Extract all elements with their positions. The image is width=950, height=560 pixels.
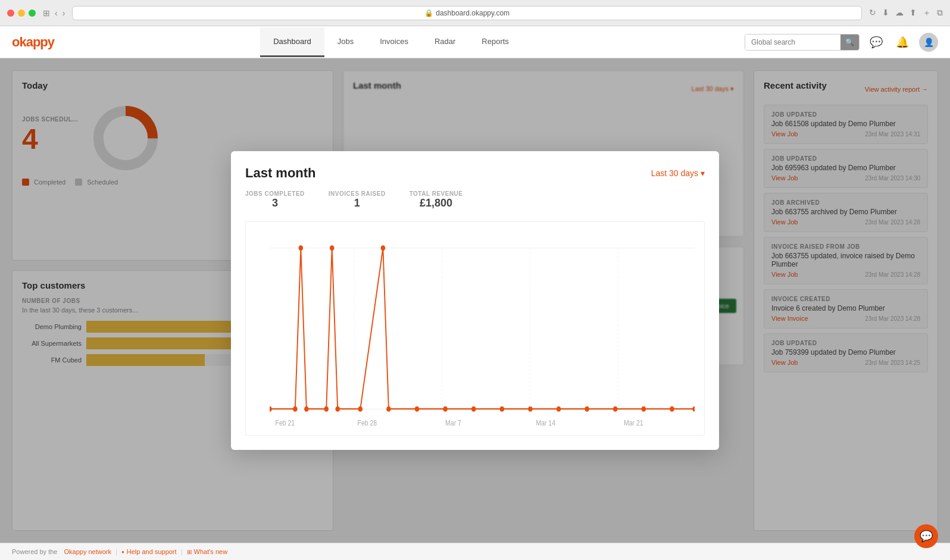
svg-point-11 — [330, 245, 335, 251]
svg-text:Mar 14: Mar 14 — [536, 420, 555, 427]
stat-revenue-label: TOTAL REVENUE — [410, 190, 463, 197]
chat-floating-button[interactable]: 💬 — [914, 524, 938, 548]
download-icon[interactable]: ⬇ — [882, 8, 889, 18]
svg-point-25 — [670, 406, 674, 412]
main-content: Today JOBS SCHEDUL... 4 Comp — [0, 58, 950, 543]
nav-tabs: Dashboard Jobs Invoices Radar Reports — [38, 27, 745, 57]
share-icon[interactable]: ⬆ — [910, 8, 917, 18]
svg-point-13 — [358, 406, 363, 412]
footer-network-link[interactable]: Okappy network — [64, 548, 111, 555]
tab-radar[interactable]: Radar — [421, 27, 468, 57]
svg-point-18 — [471, 406, 476, 412]
svg-point-6 — [270, 406, 272, 412]
svg-text:Feb 21: Feb 21 — [276, 420, 295, 427]
stat-jobs-label: JOBS COMPLETED — [245, 190, 305, 197]
lock-icon: 🔒 — [424, 9, 433, 17]
svg-point-10 — [324, 406, 329, 412]
close-traffic-light[interactable] — [7, 10, 14, 17]
browser-chrome: ⊞ ‹ › 🔒 dashboard.okappy.com ↻ ⬇ ☁ ⬆ ＋ ⧉ — [0, 0, 950, 26]
svg-text:Mar 21: Mar 21 — [624, 420, 643, 427]
line-chart-svg: 1 0 — [270, 228, 695, 429]
top-nav: okappy Dashboard Jobs Invoices Radar Rep… — [0, 26, 950, 58]
app-wrapper: okappy Dashboard Jobs Invoices Radar Rep… — [0, 26, 950, 560]
footer-whatsnew-link[interactable]: What's new — [194, 548, 228, 555]
stat-revenue-value: £1,800 — [410, 197, 463, 209]
tab-dashboard[interactable]: Dashboard — [260, 27, 324, 57]
stat-jobs-value: 3 — [245, 197, 305, 209]
back-icon[interactable]: ‹ — [55, 8, 58, 18]
reload-icon[interactable]: ↻ — [869, 8, 876, 18]
modal-header: Last month Last 30 days ▾ — [245, 165, 705, 181]
svg-point-20 — [528, 406, 533, 412]
footer-whatsnew-icon: ⊞ — [187, 549, 192, 555]
svg-point-9 — [304, 406, 309, 412]
svg-point-26 — [692, 406, 695, 412]
svg-point-14 — [381, 245, 386, 251]
browser-actions: ↻ ⬇ ☁ ⬆ ＋ ⧉ — [869, 8, 943, 18]
stat-invoices-label: INVOICES RAISED — [329, 190, 386, 197]
footer-separator-2: | — [179, 548, 185, 555]
svg-point-22 — [585, 406, 589, 412]
footer: Powered by the Okappy network | ● Help a… — [0, 543, 950, 560]
user-avatar-btn[interactable]: 👤 — [919, 33, 938, 52]
search-button[interactable]: 🔍 — [840, 35, 859, 50]
svg-point-12 — [335, 406, 340, 412]
traffic-lights — [7, 10, 36, 17]
modal-period-btn[interactable]: Last 30 days ▾ — [651, 168, 705, 178]
footer-powered-text: Powered by the — [12, 548, 57, 555]
sidebar-toggle-icon[interactable]: ⊞ — [43, 8, 50, 18]
chart-area: 1 0 — [245, 221, 705, 436]
svg-point-7 — [293, 406, 298, 412]
new-tab-icon[interactable]: ＋ — [923, 8, 931, 18]
chat-icon-btn[interactable]: 💬 — [867, 33, 886, 52]
svg-point-15 — [386, 406, 391, 412]
minimize-traffic-light[interactable] — [18, 10, 25, 17]
svg-point-17 — [443, 406, 448, 412]
svg-point-23 — [613, 406, 618, 412]
stat-jobs-completed: JOBS COMPLETED 3 — [245, 190, 305, 209]
svg-point-24 — [642, 406, 646, 412]
cloud-icon[interactable]: ☁ — [895, 8, 904, 18]
tab-jobs[interactable]: Jobs — [324, 27, 367, 57]
svg-text:Feb 28: Feb 28 — [358, 420, 377, 427]
nav-right: 🔍 💬 🔔 👤 — [745, 33, 938, 52]
modal-stats: JOBS COMPLETED 3 INVOICES RAISED 1 TOTAL… — [245, 190, 705, 209]
svg-point-19 — [500, 406, 505, 412]
footer-separator: | — [114, 548, 119, 555]
windows-icon[interactable]: ⧉ — [937, 8, 943, 18]
tab-reports[interactable]: Reports — [468, 27, 522, 57]
tab-invoices[interactable]: Invoices — [367, 27, 421, 57]
modal-overlay[interactable]: Last month Last 30 days ▾ JOBS COMPLETED… — [0, 58, 950, 543]
footer-help-link[interactable]: Help and support — [127, 548, 177, 555]
search-bar: 🔍 — [745, 34, 860, 51]
search-input[interactable] — [745, 35, 840, 50]
stat-total-revenue: TOTAL REVENUE £1,800 — [410, 190, 463, 209]
maximize-traffic-light[interactable] — [29, 10, 36, 17]
last-month-modal: Last month Last 30 days ▾ JOBS COMPLETED… — [231, 151, 719, 450]
browser-nav-icons: ⊞ ‹ › — [43, 8, 65, 18]
url-text: dashboard.okappy.com — [436, 9, 510, 17]
modal-title: Last month — [245, 165, 316, 181]
stat-invoices-value: 1 — [329, 197, 386, 209]
notifications-icon-btn[interactable]: 🔔 — [893, 33, 912, 52]
footer-help-dot: ● — [121, 549, 124, 555]
stat-invoices-raised: INVOICES RAISED 1 — [329, 190, 386, 209]
svg-text:Mar 7: Mar 7 — [445, 420, 461, 427]
address-bar[interactable]: 🔒 dashboard.okappy.com — [72, 6, 862, 20]
svg-point-8 — [299, 245, 304, 251]
svg-point-21 — [557, 406, 561, 412]
forward-icon[interactable]: › — [62, 8, 65, 18]
svg-point-16 — [415, 406, 420, 412]
